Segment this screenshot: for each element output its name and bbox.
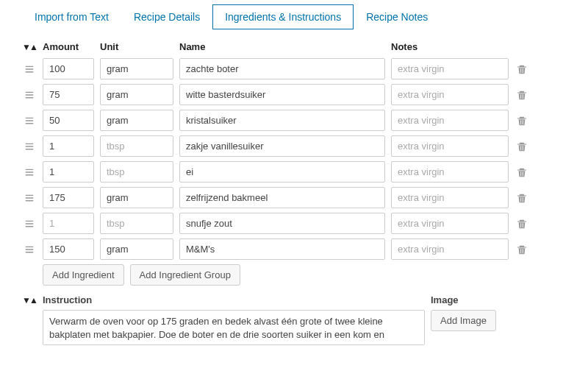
sort-toggle-icon[interactable]: ▼▲ bbox=[22, 295, 37, 305]
notes-input[interactable] bbox=[391, 84, 509, 105]
ingredient-row bbox=[22, 84, 566, 105]
ingredient-row bbox=[22, 110, 566, 131]
amount-input[interactable] bbox=[43, 161, 94, 183]
notes-input[interactable] bbox=[391, 135, 509, 157]
delete-icon[interactable] bbox=[517, 116, 527, 126]
unit-input[interactable] bbox=[100, 84, 173, 105]
unit-input[interactable] bbox=[100, 213, 173, 234]
tab-import-from-text[interactable]: Import from Text bbox=[22, 4, 121, 29]
name-input[interactable] bbox=[179, 238, 385, 260]
delete-icon[interactable] bbox=[517, 167, 527, 177]
unit-input[interactable] bbox=[100, 135, 173, 157]
name-input[interactable] bbox=[179, 110, 385, 131]
drag-handle-icon[interactable] bbox=[24, 64, 35, 74]
ingredient-row bbox=[22, 238, 566, 260]
header-instruction: Instruction bbox=[43, 294, 425, 305]
ingredients-header-row: ▼▲ Amount Unit Name Notes bbox=[22, 41, 566, 52]
drag-handle-icon[interactable] bbox=[24, 90, 35, 100]
sort-toggle-icon[interactable]: ▼▲ bbox=[22, 42, 37, 52]
name-input[interactable] bbox=[179, 58, 385, 79]
instructions-header-row: ▼▲ Instruction Image bbox=[22, 294, 566, 305]
header-image: Image bbox=[431, 294, 566, 305]
ingredient-buttons: Add Ingredient Add Ingredient Group bbox=[43, 264, 566, 286]
drag-handle-icon[interactable] bbox=[24, 219, 35, 229]
drag-handle-icon[interactable] bbox=[24, 244, 35, 255]
amount-input[interactable] bbox=[43, 213, 94, 234]
tab-recipe-details[interactable]: Recipe Details bbox=[121, 4, 212, 29]
unit-input[interactable] bbox=[100, 58, 173, 79]
instructions-section: ▼▲ Instruction Image Add Image bbox=[0, 286, 588, 345]
delete-icon[interactable] bbox=[517, 90, 527, 100]
ingredient-row bbox=[22, 135, 566, 157]
unit-input[interactable] bbox=[100, 110, 173, 131]
tab-ingredients-instructions[interactable]: Ingredients & Instructions bbox=[212, 4, 354, 29]
ingredient-row bbox=[22, 58, 566, 79]
amount-input[interactable] bbox=[43, 58, 94, 79]
notes-input[interactable] bbox=[391, 213, 509, 234]
ingredient-row bbox=[22, 161, 566, 183]
tabs: Import from Text Recipe Details Ingredie… bbox=[0, 0, 588, 29]
ingredients-section: ▼▲ Amount Unit Name Notes Add Ingredient… bbox=[0, 29, 588, 286]
drag-handle-icon[interactable] bbox=[24, 141, 35, 152]
instruction-row: Add Image bbox=[43, 310, 566, 345]
add-ingredient-button[interactable]: Add Ingredient bbox=[43, 264, 124, 286]
name-input[interactable] bbox=[179, 187, 385, 208]
tab-recipe-notes[interactable]: Recipe Notes bbox=[354, 4, 440, 29]
delete-icon[interactable] bbox=[517, 141, 527, 152]
name-input[interactable] bbox=[179, 84, 385, 105]
header-amount: Amount bbox=[43, 41, 94, 52]
delete-icon[interactable] bbox=[517, 64, 527, 74]
drag-handle-icon[interactable] bbox=[24, 193, 35, 203]
amount-input[interactable] bbox=[43, 135, 94, 157]
amount-input[interactable] bbox=[43, 84, 94, 105]
notes-input[interactable] bbox=[391, 58, 509, 79]
drag-handle-icon[interactable] bbox=[24, 116, 35, 126]
name-input[interactable] bbox=[179, 135, 385, 157]
instruction-textarea[interactable] bbox=[43, 310, 425, 345]
notes-input[interactable] bbox=[391, 187, 509, 208]
delete-icon[interactable] bbox=[517, 219, 527, 229]
name-input[interactable] bbox=[179, 161, 385, 183]
amount-input[interactable] bbox=[43, 238, 94, 260]
amount-input[interactable] bbox=[43, 187, 94, 208]
header-notes: Notes bbox=[391, 41, 509, 52]
ingredient-row bbox=[22, 187, 566, 208]
unit-input[interactable] bbox=[100, 238, 173, 260]
notes-input[interactable] bbox=[391, 161, 509, 183]
ingredient-row bbox=[22, 213, 566, 234]
header-name: Name bbox=[179, 41, 385, 52]
header-unit: Unit bbox=[100, 41, 173, 52]
notes-input[interactable] bbox=[391, 238, 509, 260]
notes-input[interactable] bbox=[391, 110, 509, 131]
delete-icon[interactable] bbox=[517, 244, 527, 255]
unit-input[interactable] bbox=[100, 187, 173, 208]
add-image-button[interactable]: Add Image bbox=[431, 310, 496, 331]
add-ingredient-group-button[interactable]: Add Ingredient Group bbox=[130, 264, 240, 286]
amount-input[interactable] bbox=[43, 110, 94, 131]
name-input[interactable] bbox=[179, 213, 385, 234]
drag-handle-icon[interactable] bbox=[24, 167, 35, 177]
unit-input[interactable] bbox=[100, 161, 173, 183]
delete-icon[interactable] bbox=[517, 193, 527, 203]
